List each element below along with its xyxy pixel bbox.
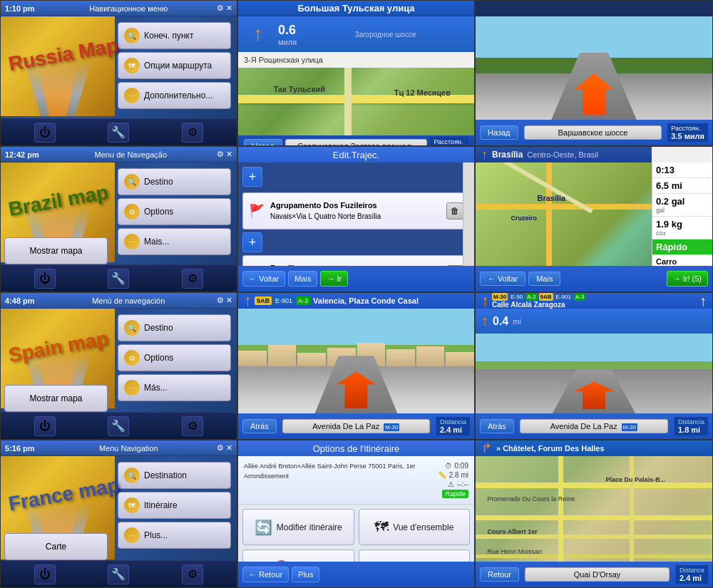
brazil-back-btn[interactable]: ← Voltar <box>242 271 285 287</box>
spain-3d-road-view <box>476 334 712 413</box>
plus-icon-france: ⋯ <box>124 527 140 543</box>
brazil-stats-back-btn[interactable]: ← Voltar <box>480 272 525 286</box>
trajec-del-1[interactable]: 🗑 <box>446 202 463 220</box>
rue-henri-label: Rue Henri Moissan <box>488 548 543 555</box>
france-paris-dest-btn[interactable]: Quai D'Orsay <box>525 567 670 582</box>
france-options-header: Options de l'itinéraire <box>238 440 474 456</box>
russia-back-btn[interactable]: Назад <box>244 139 282 146</box>
brazil-power-btn[interactable]: ⏻ <box>34 269 56 289</box>
brazil-trajec-header: Edit.Trajec. <box>238 147 474 163</box>
brazil-mais-btn[interactable]: ⋯ Mais... <box>118 228 231 255</box>
russia-dest-btn[interactable]: Серпуховская Застава площадь <box>285 139 428 146</box>
spain-3d-city-label: Calle Alcalá Zaragoza <box>492 301 585 309</box>
spain-showmap-btn[interactable]: Mostrar mapa <box>4 385 108 412</box>
trajec-add-btn-mid[interactable]: + <box>242 232 470 252</box>
spain-tools-icon[interactable]: ⚙ <box>182 416 203 436</box>
spain-menu-header: 4:48 pm Menú de navegación ⚙ ✕ <box>1 293 237 309</box>
spain-dest-btn[interactable]: Avenida De La Paz M-30 <box>282 419 430 433</box>
france-settings-icon[interactable]: 🔧 <box>108 564 129 584</box>
spain-nav-cell: ↑ 9AB E-901 A-3 Valencia, Plaza Conde Ca… <box>237 292 475 440</box>
brazil-showmap-btn[interactable]: Mostrar mapa <box>4 237 108 264</box>
brazil-bottom-bar: ⏻ 🔧 ⚙ <box>1 264 237 292</box>
russia-route-options-btn[interactable]: 🗺 Опции маршрута <box>118 52 231 79</box>
spain-settings-icon[interactable]: 🔧 <box>108 416 129 436</box>
trajec-scrollbar[interactable] <box>463 163 474 266</box>
cruzeiro-label: Cruzeiro <box>511 215 537 222</box>
france-paris-back-btn[interactable]: Retour <box>480 567 519 582</box>
settings-icon[interactable]: 🔧 <box>108 123 129 143</box>
france-vue-btn[interactable]: 🗺 Vue d'ensemble <box>359 509 471 545</box>
france-carte-btn[interactable]: Carte <box>4 533 108 560</box>
france-tools-icon[interactable]: ⚙ <box>182 564 203 584</box>
russia-3d-dist-badge: Расстоян. 3.5 миля <box>667 123 708 142</box>
brazil-time: 12:42 pm <box>5 150 39 159</box>
plus-btn-2[interactable]: + <box>242 232 262 252</box>
tools-icon[interactable]: ⚙ <box>182 123 203 143</box>
russia-endpoint-btn[interactable]: 🔍 Конеч. пункт <box>118 22 231 49</box>
spain-back-btn[interactable]: Atrás <box>242 419 277 433</box>
russia-dist-info: 0.6 миля <box>278 23 297 46</box>
france-menu-header: 5:16 pm Menu Navigation ⚙ ✕ <box>1 440 237 456</box>
spain-3d-road-info: M-30 E-90 A-2 9AB E-901 A-3 Calle Alcalá… <box>492 293 585 309</box>
brazil-go-btn[interactable]: → Ir! (5) <box>667 271 708 287</box>
russia-tertiary-street: 3-Я Рощинская улица <box>238 52 474 68</box>
russia-3d-back-btn[interactable]: Назад <box>480 125 518 140</box>
france-paris-cell: ↱ » Châtelet, Forum Des Halles ↱ 0.5 mi … <box>475 440 713 588</box>
russia-3d-cell: ↗ 400 фт M2 Тула ↑ ↑ ↑ Подольск <box>475 0 713 146</box>
spain-title: Menú de navegación <box>41 296 217 305</box>
russia-3d-dest-btn[interactable]: Варшавское шоссе <box>524 125 662 140</box>
france-retour-btn[interactable]: ← Retour <box>242 567 289 582</box>
france-destination-btn[interactable]: 🔍 Destination <box>118 462 231 489</box>
chatelet-turn-icon: ↱ <box>481 440 492 456</box>
france-route-dest-text: Allée André Breton×Allée Saint-John Pers… <box>244 462 432 498</box>
badge-a2: A-2 <box>525 293 537 301</box>
russia-3d-bottom: Назад Варшавское шоссе Расстоян. 3.5 мил… <box>476 120 712 145</box>
brazil-options-btn[interactable]: ⚙ Options <box>118 198 231 225</box>
trajec-actions-bar: ← Voltar Mais → Ir <box>238 266 474 292</box>
russia-3d-road-view <box>476 16 712 120</box>
russia-menu-cell: 1:10 pm Навигационное меню ⚙ ✕ 🔍 Конеч. … <box>0 0 237 146</box>
search-icon: 🔍 <box>124 28 140 43</box>
brazil-turn-icon: ↑ <box>481 148 488 163</box>
brazil-stats-mais-btn[interactable]: Mais <box>528 272 560 286</box>
spain-nav-header: ↑ 9AB E-901 A-3 Valencia, Plaza Conde Ca… <box>238 293 474 309</box>
mas-icon-spain: ⋯ <box>124 380 140 396</box>
brazil-ir-btn[interactable]: → Ir <box>320 271 348 287</box>
france-power-btn[interactable]: ⏻ <box>34 564 56 584</box>
france-modifier-btn[interactable]: 🔄 Modifier itinéraire <box>242 509 354 545</box>
spain-3d-back-btn[interactable]: Atrás <box>480 419 514 433</box>
brazil-tools-icon[interactable]: ⚙ <box>182 269 203 289</box>
spain-destino-btn[interactable]: 🔍 Destino <box>118 314 231 341</box>
brazil-stats-header: ↑ Brasília Centro-Oeste, Brasil <box>476 147 652 163</box>
spain-3d-turn-arrow: ↑ <box>481 292 489 310</box>
trajec-add-btn-top[interactable]: + <box>242 167 470 187</box>
france-route-stats: ⏱0:09 📏2.8 mi ⚠--:-- Rapide <box>438 462 468 498</box>
france-plus-btn[interactable]: ⋯ Plus... <box>118 522 231 549</box>
spain-3d-bottom: Atrás Avenida De La Paz M-30 Distancia 1… <box>476 413 712 439</box>
promenade-label: Promenade Du Cours la Reine <box>488 495 575 502</box>
russia-dist-badge: Расстоян. 13 миля <box>430 137 468 146</box>
power-btn[interactable]: ⏻ <box>34 123 56 143</box>
badge-e901: E-901 <box>273 296 294 305</box>
france-itineraire-btn[interactable]: 🗺 Itinéraire <box>118 492 231 519</box>
spain-power-btn[interactable]: ⏻ <box>34 416 56 436</box>
plus-btn-1[interactable]: + <box>242 167 262 187</box>
spain-3d-up-arrow: ↑ <box>699 293 707 309</box>
header-icons-france: ⚙ ✕ <box>217 443 232 453</box>
spain-mas-btn[interactable]: ⋯ Más... <box>118 374 231 401</box>
france-rapide-badge: Rapide <box>442 490 468 498</box>
spain-3d-dest-btn[interactable]: Avenida De La Paz M-30 <box>520 419 668 433</box>
mais-icon-brazil: ⋯ <box>124 234 140 249</box>
map-road-vertical <box>344 68 352 135</box>
france-paris-dist-badge: Distance 2.4 mi <box>675 565 708 584</box>
vue-icon: 🗺 <box>374 519 389 535</box>
m30-badge-3d: M-30 <box>622 423 637 431</box>
map-label-tak: Так Тульский <box>274 85 325 93</box>
france-plus-action-btn[interactable]: Plus <box>292 567 319 582</box>
brazil-region-label: Centro-Oeste, Brasil <box>527 150 598 159</box>
russia-more-btn[interactable]: ⋯ Дополнительно... <box>118 82 231 109</box>
spain-options-btn[interactable]: ⚙ Options <box>118 344 231 371</box>
brazil-settings-icon[interactable]: 🔧 <box>108 269 129 289</box>
brazil-destino-btn[interactable]: 🔍 Destino <box>118 168 231 195</box>
brazil-mais-action-btn[interactable]: Mais <box>288 271 317 287</box>
